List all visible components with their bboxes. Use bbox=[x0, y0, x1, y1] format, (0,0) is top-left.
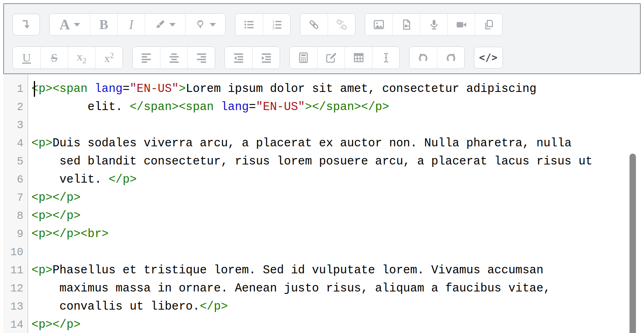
code-line[interactable]: 12 maximus massa in ornare. Aenean justo… bbox=[3, 279, 641, 298]
ol-digit-3: 3 bbox=[272, 26, 274, 30]
code-line[interactable]: 9<p></p><br> bbox=[3, 225, 641, 243]
code-line[interactable]: 7<p></p> bbox=[3, 189, 641, 207]
link-icon bbox=[308, 19, 320, 31]
italic-button[interactable]: I bbox=[117, 14, 145, 35]
vertical-scrollbar-thumb[interactable] bbox=[629, 154, 636, 333]
italic-label: I bbox=[129, 18, 133, 31]
insert-media-button[interactable] bbox=[393, 14, 420, 35]
table-button[interactable] bbox=[345, 47, 372, 69]
paintbrush-icon bbox=[154, 19, 166, 30]
code-line[interactable]: 10 bbox=[3, 243, 641, 261]
insert-image-button[interactable] bbox=[365, 14, 393, 35]
record-video-button[interactable] bbox=[447, 14, 475, 35]
i-beam-icon bbox=[380, 52, 392, 64]
undo-button[interactable] bbox=[409, 47, 437, 69]
code-text: <p>Phasellus et tristique lorem. Sed id … bbox=[28, 264, 543, 277]
code-line[interactable]: 3 bbox=[3, 116, 641, 134]
line-number: 10 bbox=[3, 246, 28, 258]
align-left-icon bbox=[140, 52, 152, 64]
superscript-button[interactable]: x2 bbox=[95, 47, 123, 69]
format-group: A B I bbox=[49, 13, 226, 36]
insert-group bbox=[289, 46, 400, 69]
edit-pencil-icon bbox=[325, 52, 337, 64]
outdent-button[interactable] bbox=[225, 47, 252, 69]
line-number: 6 bbox=[3, 174, 28, 186]
chevron-down-icon bbox=[74, 23, 80, 27]
copy-pages-icon bbox=[483, 19, 495, 31]
font-style-button[interactable]: A bbox=[50, 14, 90, 35]
code-line[interactable]: 2 elit. </span><span lang="EN-US"></span… bbox=[3, 98, 641, 116]
bold-button[interactable]: B bbox=[90, 14, 117, 35]
line-number: 13 bbox=[3, 301, 28, 313]
code-text: <p></p> bbox=[28, 209, 81, 223]
align-center-icon bbox=[168, 52, 180, 64]
code-text: elit. </span><span lang="EN-US"></span><… bbox=[28, 100, 389, 114]
code-line[interactable]: 4<p>Duis sodales viverra arcu, a placera… bbox=[3, 134, 641, 152]
align-group bbox=[132, 46, 215, 69]
code-text: <p></p> bbox=[28, 318, 81, 331]
level-down-arrow-icon bbox=[20, 19, 32, 31]
underline-button[interactable]: U bbox=[13, 47, 40, 69]
line-number: 9 bbox=[3, 228, 28, 240]
outdent-icon bbox=[233, 52, 245, 64]
code-line[interactable]: 11<p>Phasellus et tristique lorem. Sed i… bbox=[3, 261, 641, 279]
lightbulb-icon bbox=[195, 19, 206, 30]
code-text: <p><span lang="EN-US">Lorem ipsum dolor … bbox=[28, 82, 536, 96]
text-style-group: U S x2 x2 bbox=[12, 46, 123, 69]
indent-icon bbox=[260, 52, 272, 64]
code-line[interactable]: 14<p></p> bbox=[3, 316, 641, 333]
code-lines[interactable]: 1<p><span lang="EN-US">Lorem ipsum dolor… bbox=[3, 80, 641, 333]
strikethrough-button[interactable]: S bbox=[40, 47, 68, 69]
html-source-button[interactable]: </> bbox=[474, 47, 503, 69]
superscript-label: x2 bbox=[104, 52, 114, 64]
link-button[interactable] bbox=[300, 14, 328, 35]
ordered-list-button[interactable]: 1 2 3 bbox=[263, 14, 290, 35]
code-text: maximus massa in ornare. Aenean justo ri… bbox=[28, 282, 551, 295]
unordered-list-button[interactable] bbox=[235, 14, 263, 35]
redo-button[interactable] bbox=[437, 47, 464, 69]
code-icon: </> bbox=[479, 52, 498, 63]
undo-icon bbox=[417, 52, 429, 64]
indent-button[interactable] bbox=[252, 47, 280, 69]
chemistry-editor-button[interactable] bbox=[317, 47, 345, 69]
redo-icon bbox=[445, 52, 457, 64]
toolbar-row-2: U S x2 x2 bbox=[12, 46, 632, 69]
text-caret bbox=[34, 81, 35, 97]
line-number: 7 bbox=[3, 192, 28, 204]
line-number: 5 bbox=[3, 156, 28, 168]
text-cursor-button[interactable] bbox=[372, 47, 399, 69]
code-line[interactable]: 8<p></p> bbox=[3, 207, 641, 225]
html-source-editor[interactable]: 1<p><span lang="EN-US">Lorem ipsum dolor… bbox=[3, 74, 641, 333]
brush-button[interactable] bbox=[145, 14, 185, 35]
history-group bbox=[409, 46, 465, 69]
collapse-toolbar-button[interactable] bbox=[12, 14, 40, 35]
line-number: 12 bbox=[3, 283, 28, 295]
code-text: <p></p><br> bbox=[28, 227, 108, 241]
code-line[interactable]: 13 convallis ut libero.</p> bbox=[3, 298, 641, 316]
code-text: <p></p> bbox=[28, 191, 81, 204]
link-group bbox=[300, 13, 355, 36]
line-number: 14 bbox=[3, 319, 28, 331]
chevron-down-icon bbox=[169, 23, 176, 27]
calculator-icon bbox=[297, 52, 310, 64]
bullet-list-icon bbox=[243, 19, 255, 31]
record-audio-button[interactable] bbox=[420, 14, 447, 35]
line-number: 4 bbox=[3, 137, 28, 150]
media-group bbox=[365, 13, 503, 36]
align-right-button[interactable] bbox=[187, 47, 215, 69]
unlink-button[interactable] bbox=[328, 14, 355, 35]
manage-files-button[interactable] bbox=[475, 14, 502, 35]
code-line[interactable]: 5 sed blandit consectetur, risus lorem p… bbox=[3, 152, 641, 171]
align-left-button[interactable] bbox=[133, 47, 160, 69]
code-text: sed blandit consectetur, risus lorem pos… bbox=[28, 155, 592, 168]
code-line[interactable]: 6 velit. </p> bbox=[3, 171, 641, 189]
code-line[interactable]: 1<p><span lang="EN-US">Lorem ipsum dolor… bbox=[3, 80, 641, 98]
code-text: velit. </p> bbox=[28, 173, 137, 186]
align-center-button[interactable] bbox=[160, 47, 187, 69]
subscript-button[interactable]: x2 bbox=[68, 47, 95, 69]
table-icon bbox=[353, 52, 365, 64]
line-number: 3 bbox=[3, 119, 28, 131]
equation-button[interactable] bbox=[290, 47, 317, 69]
lightbulb-button[interactable] bbox=[185, 14, 225, 35]
code-text: convallis ut libero.</p> bbox=[28, 300, 228, 313]
